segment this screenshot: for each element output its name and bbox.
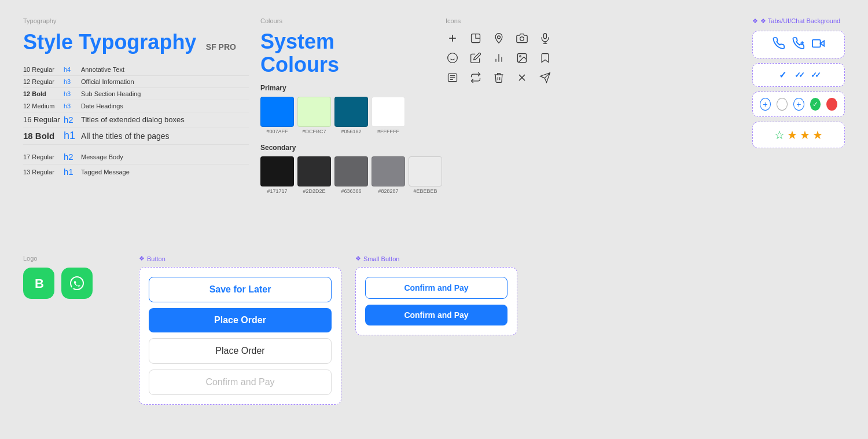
secondary-label: Secondary — [260, 144, 434, 152]
video-icon — [812, 37, 825, 52]
emoji-icon — [446, 51, 459, 65]
typography-main-title: Style Typography — [23, 30, 196, 54]
tabs-section-label: ❖ Tabs/UI/Chat Background — [760, 17, 840, 25]
color-swatch — [297, 156, 331, 186]
color-swatch — [372, 97, 405, 127]
circle-red-icon — [826, 98, 837, 111]
check-marks-row: ✓ ✓✓ ✓✓ — [760, 69, 837, 81]
button-card: Save for Later Place Order Place Order C… — [139, 267, 341, 405]
small-button-section-label: Small Button — [363, 255, 399, 262]
stars-row: ☆ ★ ★ ★ — [760, 128, 837, 142]
edit-icon — [469, 51, 483, 65]
table-row: 16 Regular h2 Titles of extended dialog … — [23, 112, 249, 127]
phone-icon — [773, 37, 785, 52]
colours-main-title: SystemColours — [260, 30, 434, 76]
swatch-item: #828287 — [372, 156, 405, 194]
table-row: 12 Regular h3 Official Information — [23, 76, 249, 88]
swatch-item: #007AFF — [260, 97, 294, 134]
confirm-and-pay-ghost-button[interactable]: Confirm and Pay — [149, 370, 332, 395]
microphone-icon — [538, 31, 552, 45]
color-swatch — [260, 156, 294, 186]
small-button-section-header: ❖ Small Button — [355, 255, 517, 262]
secondary-section: Secondary #171717 #2D2D2E #636366 #82828… — [260, 144, 434, 194]
phone-icons-row — [760, 37, 837, 52]
stars-card: ☆ ★ ★ ★ — [752, 122, 845, 148]
swatch-item: #636366 — [334, 156, 368, 194]
color-swatch — [334, 156, 368, 186]
star-fill-1-icon: ★ — [787, 128, 797, 142]
swatch-item: #2D2D2E — [297, 156, 331, 194]
typography-section-label: Typography — [23, 17, 249, 24]
plus-icon — [446, 31, 459, 45]
location-icon — [492, 31, 506, 45]
font-label: SF PRO — [206, 42, 236, 52]
button-diamond-icon: ❖ — [139, 255, 145, 262]
trash-icon — [492, 71, 506, 85]
whatsapp-logo — [61, 268, 93, 299]
svg-text:B: B — [35, 276, 44, 291]
logo-section-label: Logo — [23, 255, 127, 262]
confirm-pay-solid-button[interactable]: Confirm and Pay — [365, 305, 507, 325]
table-row: 13 Regular h1 Tagged Message — [23, 164, 249, 179]
double-check-blue-icon: ✓✓ — [811, 71, 819, 79]
secondary-swatches: #171717 #2D2D2E #636366 #828287 #EBEBEB — [260, 156, 434, 194]
svg-point-15 — [520, 56, 521, 57]
send-icon — [538, 71, 552, 85]
circles-card: + + ✓ — [752, 92, 845, 117]
color-swatch — [260, 97, 294, 127]
swatch-item: #056182 — [334, 97, 368, 134]
swatch-item: #EBEBEB — [409, 156, 442, 194]
single-check-icon: ✓ — [779, 69, 786, 81]
typography-table: 10 Regular h4 Annotative Text 12 Regular… — [23, 64, 249, 179]
colours-section-label: Colours — [260, 17, 434, 24]
star-half-icon: ★ — [812, 128, 823, 142]
primary-label: Primary — [260, 84, 434, 92]
diamond-icon: ❖ — [752, 17, 758, 25]
logo-section: Logo B — [23, 255, 127, 299]
logo-icons-container: B — [23, 268, 127, 299]
phone-plus-icon — [792, 37, 805, 52]
star-outline-icon: ☆ — [774, 128, 785, 142]
color-swatch — [409, 156, 442, 186]
icons-grid — [446, 31, 556, 85]
table-row: 17 Regular h2 Message Body — [23, 149, 249, 164]
small-button-section: ❖ Small Button Confirm and Pay Confirm a… — [355, 255, 517, 335]
button-section-header: ❖ Button — [139, 255, 341, 262]
check-marks-card: ✓ ✓✓ ✓✓ — [752, 63, 845, 87]
table-row: 18 Bold h1 All the titles of the pages — [23, 127, 249, 145]
svg-point-8 — [448, 53, 458, 63]
double-check-icon: ✓✓ — [795, 71, 803, 79]
circles-row: + + ✓ — [760, 98, 837, 111]
color-swatch — [297, 97, 331, 127]
place-order-text-button[interactable]: Place Order — [149, 338, 332, 364]
svg-rect-5 — [544, 34, 547, 39]
button-section-label: Button — [147, 255, 165, 262]
table-row: 12 Bold h3 Sub Section Heading — [23, 88, 249, 100]
icons-section-label: Icons — [446, 17, 556, 24]
typography-section: Typography Style Typography SF PRO 10 Re… — [23, 17, 249, 179]
circle-empty-icon — [777, 98, 788, 111]
circle-check-icon: ✓ — [810, 98, 821, 111]
button-section: ❖ Button Save for Later Place Order Plac… — [139, 255, 341, 405]
confirm-pay-outline-button[interactable]: Confirm and Pay — [365, 277, 507, 299]
colours-section: Colours SystemColours Primary #007AFF #D… — [260, 17, 434, 197]
table-row: 10 Regular h4 Annotative Text — [23, 64, 249, 76]
color-swatch — [334, 97, 368, 127]
sticker-icon — [469, 31, 483, 45]
icons-section: Icons — [446, 17, 556, 85]
small-button-card: Confirm and Pay Confirm and Pay — [355, 267, 517, 335]
tabs-section: ❖ ❖ Tabs/UI/Chat Background ✓ ✓✓ — [752, 17, 845, 153]
bookmark-icon — [538, 51, 552, 65]
place-order-solid-button[interactable]: Place Order — [149, 308, 332, 332]
phone-icons-card — [752, 31, 845, 58]
table-row: 12 Medium h3 Date Headings — [23, 100, 249, 112]
document-icon — [446, 71, 459, 85]
swatch-item: #FFFFFF — [372, 97, 405, 134]
close-icon — [515, 71, 529, 85]
chart-icon — [492, 51, 506, 65]
save-for-later-button[interactable]: Save for Later — [149, 277, 332, 302]
color-swatch — [372, 156, 405, 186]
photo-icon — [515, 51, 529, 65]
primary-swatches: #007AFF #DCFBC7 #056182 #FFFFFF — [260, 97, 434, 134]
transfer-icon — [469, 71, 483, 85]
